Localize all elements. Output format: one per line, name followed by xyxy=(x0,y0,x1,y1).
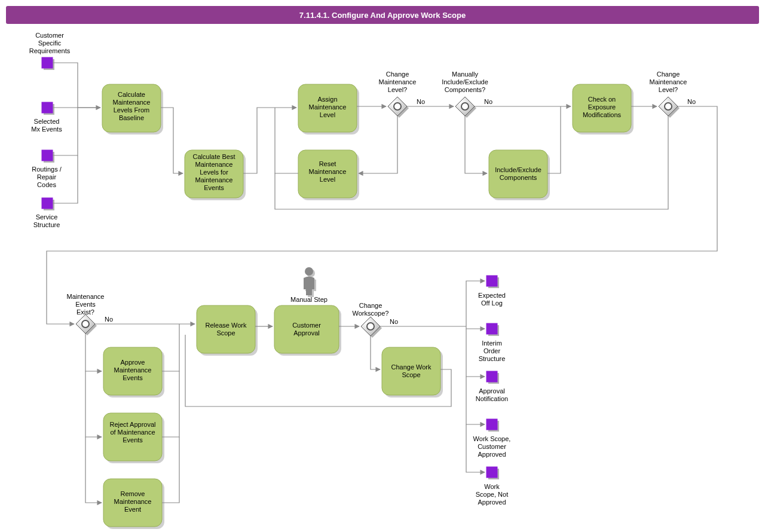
output-expected-offlog-port xyxy=(486,276,497,286)
output-approval-notif-label: ApprovalNotification xyxy=(476,387,508,402)
gw-change-workscope-label: ChangeWorkscope? xyxy=(353,302,389,317)
output-interim-order-port xyxy=(486,323,497,334)
edge-gw1-reset xyxy=(359,116,397,173)
svg-point-27 xyxy=(305,267,313,276)
edge-out-interim xyxy=(466,326,485,329)
bpmn-diagram: 7.11.4.1. Configure And Approve Work Sco… xyxy=(0,0,765,532)
edge-gwws-changews xyxy=(371,336,380,369)
input-routings-label: Routings /RepairCodes xyxy=(32,166,62,188)
task-cust-approval-label: CustomerApproval xyxy=(292,322,321,337)
gw-change-mx2-label: ChangeMaintenanceLevel? xyxy=(650,71,687,93)
output-ws-notapproved-label: WorkScope, NotApproved xyxy=(476,483,508,506)
person-icon xyxy=(304,267,316,297)
gw-manual-incexc xyxy=(455,97,476,118)
edge-approve-merge xyxy=(162,324,179,371)
edge-reset-to-assign xyxy=(275,108,298,173)
edge-out-approvalnotif xyxy=(466,329,485,377)
edge-mxexist-remove xyxy=(85,437,102,503)
svg-point-31 xyxy=(367,323,374,330)
gw-change-mx2 xyxy=(659,97,680,118)
edge-gw3-to-mxexist xyxy=(47,106,717,324)
input-customer-req-port xyxy=(42,57,53,68)
input-service-structure-label: ServiceStructure xyxy=(33,213,60,228)
input-customer-req-label: CustomerSpecificRequirements xyxy=(29,32,71,54)
output-expected-offlog-label: ExpectedOff Log xyxy=(478,292,506,307)
input-selected-mx-port xyxy=(42,102,53,113)
edge-mxexist-no-label: No xyxy=(105,316,113,323)
task-inc-exc-label: Include/ExcludeComponents xyxy=(495,166,541,181)
diagram-title: 7.11.4.1. Configure And Approve Work Sco… xyxy=(299,11,466,20)
edge-gw2-no-label: No xyxy=(484,98,492,105)
gw-mx-events-exist xyxy=(76,314,97,335)
manual-step-label: Manual Step xyxy=(290,296,328,303)
gw-change-workscope xyxy=(361,317,382,338)
output-ws-approved-port xyxy=(486,419,497,430)
input-routings-port xyxy=(42,150,53,161)
input-service-structure-port xyxy=(42,198,53,209)
gw-mx-events-exist-label: MaintenanceEventsExist? xyxy=(67,293,105,316)
edge-gw2-incexc xyxy=(465,116,487,173)
svg-point-15 xyxy=(461,103,469,110)
edge-calcbest-assign xyxy=(243,108,296,173)
svg-point-18 xyxy=(665,103,672,110)
edge-calcbaseline-calcbest xyxy=(161,108,183,173)
output-interim-order-label: InterimOrderStructure xyxy=(479,340,506,362)
svg-point-21 xyxy=(82,320,89,328)
edge-mxexist-reject xyxy=(85,371,102,437)
edge-reject-merge xyxy=(162,371,179,437)
edge-custreq-calcbaseline xyxy=(53,63,100,108)
gw-change-mx1 xyxy=(388,97,409,118)
edge-remove-merge xyxy=(162,437,179,503)
gw-change-mx1-label: ChangeMaintenanceLevel? xyxy=(379,71,417,93)
svg-point-12 xyxy=(394,103,401,110)
task-check-exp-label: Check onExposureModifications xyxy=(583,96,622,118)
edge-gw1-no-label: No xyxy=(417,98,425,105)
input-selected-mx-label: SelectedMx Events xyxy=(31,118,62,133)
edge-gwws-no-label: No xyxy=(390,318,398,325)
output-ws-notapproved-port xyxy=(486,467,497,478)
output-ws-approved-label: Work Scope,CustomerApproved xyxy=(473,435,511,458)
edge-mxexist-approve xyxy=(85,334,102,371)
output-approval-notif-port xyxy=(486,371,497,382)
edge-gw3-no-label: No xyxy=(687,98,696,105)
gw-manual-incexc-label: ManuallyInclude/ExcludeComponents? xyxy=(442,71,488,93)
edge-svcstruct-calcbaseline xyxy=(53,155,78,203)
